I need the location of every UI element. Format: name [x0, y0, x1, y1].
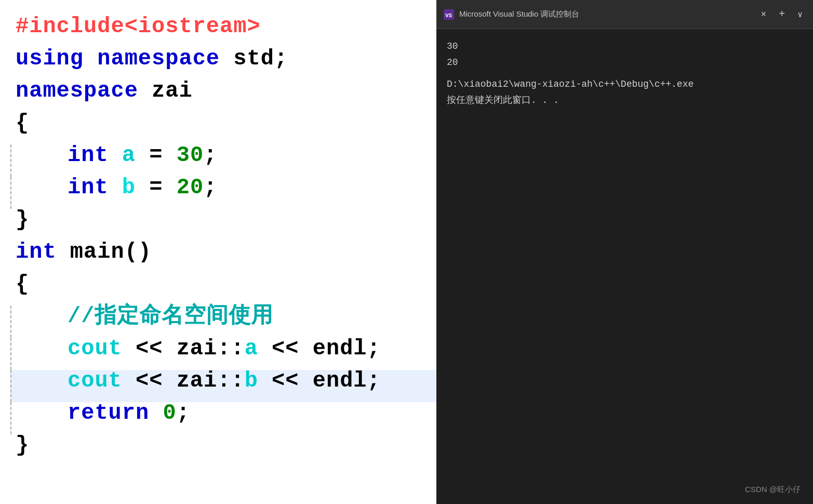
console-output-20: 20: [447, 55, 803, 71]
code-zai-a: zai::: [177, 338, 245, 360]
code-comment-text: //指定命名空间使用: [68, 306, 273, 327]
code-op2a: <<: [258, 338, 313, 360]
code-brace3: {: [16, 273, 29, 295]
code-line-comment: //指定命名空间使用: [10, 306, 436, 338]
watermark: CSDN @旺小仔: [745, 485, 801, 495]
code-endl-b: endl;: [313, 370, 381, 392]
vs-icon: VS: [443, 8, 455, 21]
code-main-text: main(): [70, 241, 152, 263]
code-line-main: int main(): [10, 241, 436, 273]
code-cout-b: cout: [68, 370, 122, 392]
code-brace1: {: [16, 112, 29, 134]
code-return-val: 0: [163, 402, 176, 424]
code-brace2: }: [16, 209, 29, 231]
code-endl-a: endl;: [313, 338, 381, 360]
code-var-b: b: [122, 177, 136, 198]
code-int-kw-main: int: [16, 241, 70, 263]
code-line-brace3: {: [10, 273, 436, 306]
console-body: 30 20 D:\xiaobai2\wang-xiaozi-ah\c++\Deb…: [436, 29, 813, 504]
code-line-cout-a: cout << zai::a << endl;: [10, 338, 436, 370]
code-line-brace4: }: [10, 434, 436, 467]
code-op2b: <<: [258, 370, 313, 392]
close-button[interactable]: ×: [757, 8, 771, 21]
code-line-include: #include<iostream>: [10, 16, 436, 48]
code-val-20: 20: [177, 177, 204, 198]
console-title: Microsoft Visual Studio 调试控制台: [459, 9, 753, 19]
console-path: D:\xiaobai2\wang-xiaozi-ah\c++\Debug\c++…: [447, 76, 803, 92]
code-line-return: return 0;: [10, 402, 436, 434]
code-zai-a-var: a: [245, 338, 258, 360]
console-prompt: 按任意键关闭此窗口. . .: [447, 92, 803, 109]
code-semi-a: ;: [204, 144, 217, 166]
code-op1b: <<: [122, 370, 177, 392]
code-zai-b-var: b: [245, 370, 258, 392]
svg-text:VS: VS: [445, 12, 452, 19]
code-brace4: }: [16, 434, 29, 456]
code-var-a: a: [122, 144, 136, 166]
code-line-using: using namespace std;: [10, 48, 436, 80]
code-int-kw-b: int: [68, 177, 122, 198]
code-using-kw: using: [16, 48, 97, 70]
add-tab-button[interactable]: +: [775, 7, 789, 21]
code-zai: zai: [152, 80, 193, 102]
code-line-brace2: }: [10, 209, 436, 241]
code-include-text: #include<iostream>: [16, 16, 261, 37]
code-editor: #include<iostream> using namespace std; …: [0, 0, 436, 504]
code-return-kw: return: [68, 402, 163, 424]
code-val-30: 30: [177, 144, 204, 166]
code-int-kw-a: int: [68, 144, 122, 166]
code-std: std;: [233, 48, 288, 70]
code-eq-a: =: [136, 144, 177, 166]
console-output-30: 30: [447, 38, 803, 55]
code-eq-b: =: [136, 177, 177, 198]
dropdown-button[interactable]: ∨: [793, 8, 807, 21]
code-op1a: <<: [122, 338, 177, 360]
code-namespace-kw2: namespace: [16, 80, 152, 102]
console-panel: VS Microsoft Visual Studio 调试控制台 × + ∨ 3…: [436, 0, 813, 504]
code-return-semi: ;: [177, 402, 190, 424]
code-line-namespace: namespace zai: [10, 80, 436, 112]
code-line-int-b: int b = 20;: [10, 177, 436, 209]
code-line-cout-b: cout << zai::b << endl;: [10, 370, 436, 402]
code-semi-b: ;: [204, 177, 217, 198]
code-namespace-kw: namespace: [97, 48, 233, 70]
code-line-int-a: int a = 30;: [10, 144, 436, 177]
code-zai-b: zai::: [177, 370, 245, 392]
code-cout-a: cout: [68, 338, 122, 360]
code-line-brace1: {: [10, 112, 436, 144]
console-titlebar: VS Microsoft Visual Studio 调试控制台 × + ∨: [436, 0, 813, 29]
